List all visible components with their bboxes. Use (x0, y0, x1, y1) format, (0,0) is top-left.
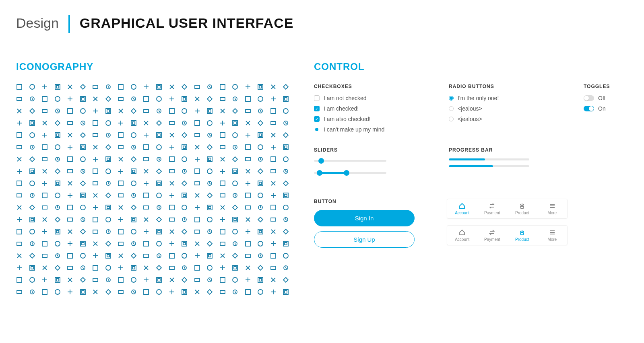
library-icon[interactable] (283, 228, 289, 235)
library-icon[interactable] (29, 180, 35, 187)
library-icon[interactable] (219, 132, 226, 138)
library-icon[interactable] (206, 120, 213, 126)
tab-account[interactable]: Account (447, 226, 477, 245)
library-icon[interactable] (181, 277, 188, 283)
library-icon[interactable] (270, 156, 277, 162)
library-icon[interactable] (130, 156, 137, 162)
library-icon[interactable] (54, 132, 61, 138)
library-icon[interactable] (67, 144, 73, 150)
library-icon[interactable] (156, 228, 162, 235)
library-icon[interactable] (232, 228, 238, 235)
library-icon[interactable] (118, 120, 124, 126)
library-icon[interactable] (118, 84, 124, 90)
library-icon[interactable] (80, 144, 86, 150)
library-icon[interactable] (92, 180, 99, 187)
library-icon[interactable] (270, 216, 277, 223)
library-icon[interactable] (206, 289, 213, 295)
library-icon[interactable] (270, 253, 277, 259)
library-icon[interactable] (130, 120, 137, 126)
library-icon[interactable] (41, 265, 48, 271)
library-icon[interactable] (194, 289, 200, 295)
library-icon[interactable] (283, 277, 289, 283)
library-icon[interactable] (16, 289, 23, 295)
toggle-item[interactable]: Off (584, 95, 628, 101)
library-icon[interactable] (194, 144, 200, 150)
library-icon[interactable] (67, 180, 73, 187)
library-icon[interactable] (143, 240, 149, 247)
library-icon[interactable] (92, 277, 99, 283)
library-icon[interactable] (80, 168, 86, 175)
library-icon[interactable] (194, 120, 200, 126)
library-icon[interactable] (270, 180, 277, 187)
library-icon[interactable] (232, 265, 238, 271)
library-icon[interactable] (29, 84, 35, 90)
tab-product[interactable]: Product (507, 199, 537, 218)
library-icon[interactable] (245, 289, 251, 295)
library-icon[interactable] (169, 253, 175, 259)
library-icon[interactable] (219, 265, 226, 271)
library-icon[interactable] (270, 108, 277, 114)
library-icon[interactable] (194, 240, 200, 247)
library-icon[interactable] (80, 265, 86, 271)
library-icon[interactable] (270, 84, 277, 90)
library-icon[interactable] (80, 108, 86, 114)
library-icon[interactable] (181, 132, 188, 138)
slider[interactable] (314, 160, 386, 162)
library-icon[interactable] (206, 180, 213, 187)
library-icon[interactable] (194, 132, 200, 138)
signin-button[interactable]: Sign In (314, 210, 415, 226)
library-icon[interactable] (169, 120, 175, 126)
library-icon[interactable] (181, 108, 188, 114)
library-icon[interactable] (29, 228, 35, 235)
library-icon[interactable] (232, 216, 238, 223)
library-icon[interactable] (143, 96, 149, 102)
library-icon[interactable] (54, 204, 61, 211)
library-icon[interactable] (181, 289, 188, 295)
library-icon[interactable] (270, 277, 277, 283)
library-icon[interactable] (67, 228, 73, 235)
library-icon[interactable] (181, 192, 188, 199)
library-icon[interactable] (54, 108, 61, 114)
library-icon[interactable] (206, 156, 213, 162)
library-icon[interactable] (92, 265, 99, 271)
library-icon[interactable] (16, 228, 23, 235)
library-icon[interactable] (80, 228, 86, 235)
library-icon[interactable] (67, 277, 73, 283)
library-icon[interactable] (67, 96, 73, 102)
library-icon[interactable] (16, 180, 23, 187)
toggle-switch[interactable] (584, 95, 594, 101)
library-icon[interactable] (105, 108, 111, 114)
library-icon[interactable] (54, 240, 61, 247)
library-icon[interactable] (143, 108, 149, 114)
library-icon[interactable] (283, 168, 289, 175)
library-icon[interactable] (16, 120, 23, 126)
library-icon[interactable] (29, 216, 35, 223)
library-icon[interactable] (143, 265, 149, 271)
library-icon[interactable] (105, 120, 111, 126)
library-icon[interactable] (181, 84, 188, 90)
library-icon[interactable] (206, 192, 213, 199)
library-icon[interactable] (283, 156, 289, 162)
library-icon[interactable] (194, 265, 200, 271)
library-icon[interactable] (80, 192, 86, 199)
library-icon[interactable] (270, 96, 277, 102)
library-icon[interactable] (105, 180, 111, 187)
library-icon[interactable] (54, 156, 61, 162)
tab-product[interactable]: Product (507, 226, 537, 245)
library-icon[interactable] (194, 228, 200, 235)
library-icon[interactable] (206, 216, 213, 223)
library-icon[interactable] (169, 216, 175, 223)
library-icon[interactable] (118, 289, 124, 295)
library-icon[interactable] (245, 144, 251, 150)
library-icon[interactable] (54, 192, 61, 199)
library-icon[interactable] (270, 144, 277, 150)
library-icon[interactable] (105, 84, 111, 90)
library-icon[interactable] (194, 108, 200, 114)
library-icon[interactable] (130, 144, 137, 150)
library-icon[interactable] (105, 144, 111, 150)
library-icon[interactable] (206, 108, 213, 114)
library-icon[interactable] (41, 144, 48, 150)
library-icon[interactable] (219, 277, 226, 283)
library-icon[interactable] (92, 156, 99, 162)
library-icon[interactable] (80, 289, 86, 295)
